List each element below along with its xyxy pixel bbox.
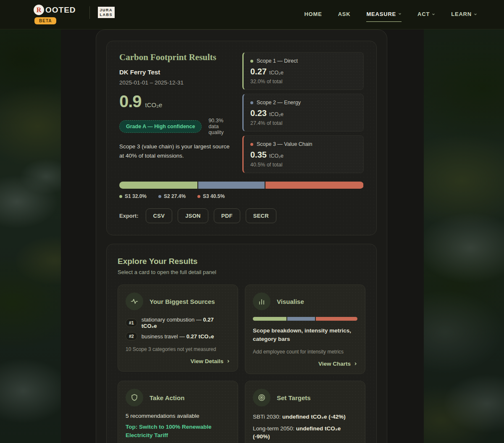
view-details-link[interactable]: View Details: [190, 352, 230, 364]
explore-title: Explore Your Results: [118, 257, 365, 266]
activity-icon: [126, 293, 143, 310]
explore-subtitle: Select a card to open the full detail pa…: [118, 269, 365, 275]
tile-title: Your Biggest Sources: [150, 298, 215, 305]
tile-note: Add employee count for intensity metrics: [253, 349, 357, 355]
source-row-2: #2 business travel — 0.27 tCO₂e: [126, 332, 230, 340]
organisation-name: DK Ferry Test: [119, 69, 234, 76]
chevron-down-icon: [398, 12, 402, 16]
explore-results-card: Explore Your Results Select a card to op…: [106, 244, 377, 443]
view-charts-link[interactable]: View Charts: [318, 355, 357, 367]
scope-1-share: 32.0% of total: [250, 79, 357, 84]
export-row: Export: CSV JSON PDF SECR: [119, 208, 364, 223]
chevron-down-icon: [432, 13, 435, 16]
rank-badge: #1: [126, 319, 137, 327]
set-targets-tile[interactable]: Set Targets SBTi 2030: undefined tCO₂e (…: [245, 381, 365, 443]
scope-1-dot-icon: [250, 60, 253, 63]
explore-tile-grid: Your Biggest Sources #1 stationary combu…: [118, 285, 365, 443]
chevron-right-icon: [226, 359, 230, 363]
page-title: Carbon Footprint Results: [119, 52, 234, 63]
recommendation-count: 5 recommendations available: [126, 413, 230, 419]
target-icon: [253, 389, 270, 406]
scope-3-share: 40.5% of total: [250, 162, 357, 168]
take-action-tile[interactable]: Take Action 5 recommendations available …: [118, 381, 238, 443]
chevron-right-icon: [354, 362, 357, 366]
brand-wordmark: OOTED: [45, 5, 76, 15]
total-unit: tCO₂e: [145, 101, 163, 108]
scope-2-card: Scope 2 — Energy 0.23 tCO₂e 27.4% of tot…: [242, 94, 364, 132]
scope-2-share: 27.4% of total: [250, 120, 357, 126]
target-row-2050: Long-term 2050: undefined tCO₂e (-90%): [253, 425, 357, 441]
nav-item-learn[interactable]: LEARN: [451, 8, 477, 21]
scope-2-value: 0.23: [250, 108, 267, 118]
tile-title: Visualise: [277, 298, 304, 305]
export-json-button[interactable]: JSON: [178, 208, 208, 223]
scope-legend: S1 32.0% S2 27.4% S3 40.5%: [119, 193, 364, 199]
legend-dot-s1: [119, 195, 122, 198]
scope-summary-list: Scope 1 — Direct 0.27 tCO₂e 32.0% of tot…: [242, 52, 364, 173]
biggest-sources-tile[interactable]: Your Biggest Sources #1 stationary combu…: [118, 285, 238, 372]
legend-item-s3: S3 40.5%: [197, 193, 225, 199]
carbon-footprint-results-card: Carbon Footprint Results DK Ferry Test 2…: [106, 41, 377, 235]
export-pdf-button[interactable]: PDF: [214, 208, 240, 223]
tile-title: Set Targets: [277, 394, 311, 401]
main-nav: HOME ASK MEASURE ACT LEARN: [304, 8, 477, 22]
rank-badge: #2: [126, 332, 137, 340]
bar-chart-icon: [253, 293, 270, 310]
content-panel: Carbon Footprint Results DK Ferry Test 2…: [96, 29, 387, 443]
export-label: Export:: [119, 213, 139, 219]
source-row-1: #1 stationary combustion — 0.27 tCO₂e: [126, 316, 230, 329]
legend-dot-s3: [197, 195, 200, 198]
nav-item-act[interactable]: ACT: [417, 8, 435, 21]
legend-item-s2: S2 27.4%: [158, 193, 186, 199]
tile-note: 10 Scope 3 categories not yet measured: [126, 346, 230, 352]
scope-3-dot-icon: [250, 143, 253, 146]
rooted-logo-icon: R: [34, 5, 44, 15]
nav-item-home[interactable]: HOME: [304, 8, 322, 21]
visualise-tile[interactable]: Visualise Scope breakdown, intensity met…: [245, 285, 365, 374]
legend-item-s1: S1 32.0%: [119, 193, 147, 199]
data-quality-label: 90.3% data quality: [208, 118, 234, 135]
legend-dot-s2: [158, 195, 161, 198]
jura-labs-logo: JURA LABS: [97, 6, 116, 18]
scope-2-dot-icon: [250, 101, 253, 104]
top-nav-bar: R OOTED BETA JURA LABS HOME ASK MEASURE …: [0, 0, 504, 29]
export-secr-button[interactable]: SECR: [246, 208, 276, 223]
date-range: 2025-01-01 – 2025-12-31: [119, 79, 234, 86]
top-recommendation: Top: Switch to 100% Renewable Electricit…: [126, 423, 228, 440]
header-divider: [89, 6, 90, 19]
scope-3-value: 0.35: [250, 150, 267, 160]
grade-badge: Grade A — High confidence: [119, 120, 202, 133]
target-row-2030: SBTi 2030: undefined tCO₂e (-42%): [253, 413, 357, 421]
export-csv-button[interactable]: CSV: [146, 208, 173, 223]
scope-1-value: 0.27: [250, 67, 267, 76]
total-emissions: 0.9 tCO₂e: [119, 92, 234, 111]
scope-3-card: Scope 3 — Value Chain 0.35 tCO₂e 40.5% o…: [242, 135, 364, 173]
insight-text: Scope 3 (value chain) is your largest so…: [119, 142, 234, 161]
nav-item-measure[interactable]: MEASURE: [366, 8, 402, 22]
scope-1-card: Scope 1 — Direct 0.27 tCO₂e 32.0% of tot…: [242, 52, 364, 90]
scope-stacked-bar: [119, 182, 364, 189]
nav-item-ask[interactable]: ASK: [338, 8, 351, 21]
tile-title: Take Action: [150, 394, 184, 401]
brand-block[interactable]: R OOTED BETA: [34, 5, 76, 24]
page-column: Carbon Footprint Results DK Ferry Test 2…: [61, 29, 424, 443]
beta-badge: BETA: [34, 17, 56, 24]
mini-stacked-bar: [253, 317, 357, 321]
total-value: 0.9: [119, 92, 142, 111]
tile-description: Scope breakdown, intensity metrics, cate…: [253, 327, 357, 343]
chevron-down-icon: [474, 13, 477, 16]
shield-icon: [126, 389, 143, 406]
